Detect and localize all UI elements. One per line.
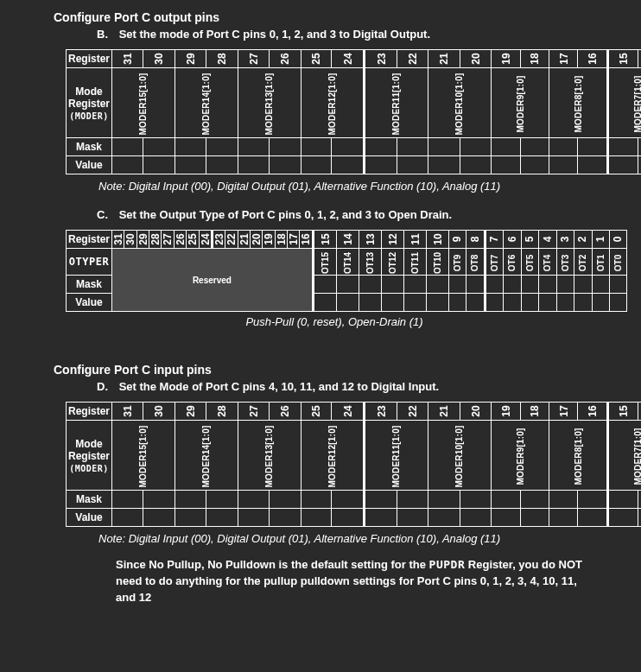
otyper-field: OT0 (609, 249, 626, 276)
bit-14: 14 (336, 231, 359, 249)
moder-field: MODER12[1:0] (301, 421, 365, 491)
moder-field: MODER15[1:0] (112, 68, 175, 138)
cell (609, 276, 626, 294)
step-c-text: Set the Output Type of Port C pins 0, 1,… (119, 208, 452, 221)
bit-6: 6 (504, 231, 521, 249)
bit-22: 22 (225, 231, 238, 249)
moder-field: MODER12[1:0] (301, 68, 365, 138)
cell (365, 509, 397, 527)
cell (143, 509, 175, 527)
rowhead-moder: Mode Register (MODER) (67, 68, 112, 138)
rowhead-mask: Mask (67, 138, 112, 156)
bit-15: 15 (608, 403, 638, 421)
step-c-letter: C. (97, 208, 116, 221)
cell (592, 276, 609, 294)
moder-table-b: Register31302928272625242322212019181716… (66, 49, 641, 174)
cell (270, 491, 301, 509)
bit-27: 27 (238, 403, 269, 421)
cell (270, 138, 301, 156)
note-moder-d: Note: Digital Input (00), Digital Output… (98, 532, 615, 545)
bit-17: 17 (549, 403, 578, 421)
cell (556, 294, 574, 312)
step-b-text: Set the mode of Port C pins 0, 1, 2, and… (119, 28, 430, 41)
cell (549, 156, 578, 174)
moder-field: MODER7[1:0] (608, 421, 641, 491)
bit-28: 28 (149, 231, 162, 249)
bit-30: 30 (143, 50, 175, 68)
bit-25: 25 (301, 403, 332, 421)
otyper-field: OT6 (504, 249, 521, 276)
cell (175, 509, 206, 527)
moder-field: MODER8[1:0] (549, 421, 608, 491)
cell (521, 276, 538, 294)
bit-2: 2 (574, 231, 592, 249)
cell (336, 294, 359, 312)
cell (359, 276, 381, 294)
cell (359, 294, 381, 312)
bit-17: 17 (549, 50, 578, 68)
pupdr-paragraph: Since No Pullup, No Pulldown is the defa… (116, 557, 600, 606)
cell (492, 156, 521, 174)
bit-3: 3 (556, 231, 574, 249)
rowhead-register: Register (67, 231, 112, 249)
cell (520, 491, 549, 509)
bit-20: 20 (460, 50, 491, 68)
cell (426, 294, 448, 312)
rowhead-value: Value (67, 294, 112, 312)
rowhead-register: Register (67, 403, 112, 421)
rowhead-register: Register (67, 50, 112, 68)
cell (578, 156, 608, 174)
bit-19: 19 (492, 403, 521, 421)
cell (397, 138, 428, 156)
cell (460, 156, 491, 174)
otyper-field: OT9 (448, 249, 466, 276)
bit-21: 21 (428, 50, 460, 68)
otyper-field: OT12 (381, 249, 403, 276)
bit-17: 17 (288, 231, 300, 249)
cell (365, 491, 397, 509)
cell (206, 138, 238, 156)
bit-10: 10 (426, 231, 448, 249)
cell (270, 509, 301, 527)
cell (556, 276, 574, 294)
moder-field: MODER14[1:0] (175, 421, 238, 491)
cell (492, 491, 521, 509)
moder-field: MODER10[1:0] (428, 421, 492, 491)
cell (403, 294, 426, 312)
reserved-cell: Reserved (112, 249, 314, 312)
rowhead-moder: Mode Register (MODER) (67, 421, 112, 491)
bit-20: 20 (460, 403, 491, 421)
cell (466, 294, 485, 312)
cell (504, 276, 521, 294)
moder-field: MODER11[1:0] (365, 68, 428, 138)
cell (428, 156, 460, 174)
bit-21: 21 (428, 403, 460, 421)
otyper-field: OT11 (403, 249, 426, 276)
cell (206, 491, 238, 509)
bit-15: 15 (313, 231, 336, 249)
cell (485, 294, 503, 312)
cell (143, 138, 175, 156)
bit-0: 0 (609, 231, 626, 249)
bit-4: 4 (539, 231, 556, 249)
cell (539, 276, 556, 294)
cell (365, 138, 397, 156)
cell (549, 138, 578, 156)
cell (428, 509, 460, 527)
cell (578, 138, 608, 156)
bit-30: 30 (124, 231, 136, 249)
cell (460, 509, 491, 527)
note-moder-b: Note: Digital Input (00), Digital Output… (98, 180, 615, 193)
moder-field: MODER13[1:0] (238, 421, 301, 491)
cell (608, 491, 638, 509)
moder-field: MODER9[1:0] (492, 68, 549, 138)
cell (578, 491, 608, 509)
moder-field: MODER11[1:0] (365, 421, 428, 491)
rowhead-value: Value (67, 509, 112, 527)
bit-19: 19 (492, 50, 521, 68)
cell (520, 138, 549, 156)
cell (608, 156, 638, 174)
section-output-title: Configure Port C output pins (54, 10, 615, 24)
bit-12: 12 (381, 231, 403, 249)
cell (381, 294, 403, 312)
